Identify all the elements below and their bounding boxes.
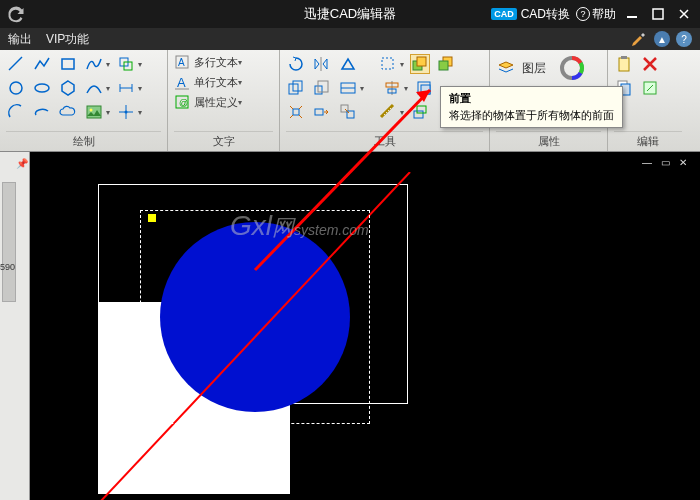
layer-manager-icon[interactable] — [496, 58, 516, 78]
draw-group-label: 绘制 — [6, 131, 161, 151]
coordinate-label: 590 — [0, 262, 15, 272]
menu-output[interactable]: 输出 — [8, 31, 32, 48]
svg-rect-1 — [653, 9, 663, 19]
redo-button[interactable] — [4, 2, 28, 26]
canvas-close-button[interactable]: ✕ — [676, 156, 690, 168]
close-button[interactable] — [674, 6, 694, 22]
selection-handle[interactable] — [148, 214, 156, 222]
cad-convert-button[interactable]: CAD CAD转换 — [491, 6, 570, 23]
offset-tool[interactable] — [410, 102, 430, 122]
brush-icon[interactable] — [630, 29, 648, 50]
svg-line-41 — [290, 115, 293, 118]
flip-tool[interactable] — [338, 54, 358, 74]
singleline-text-label: 单行文本 — [194, 75, 238, 90]
bring-front-tool[interactable] — [410, 54, 430, 74]
info-icon[interactable]: ▲ — [654, 31, 670, 47]
block-tool[interactable] — [116, 54, 136, 74]
svg-rect-3 — [62, 59, 74, 69]
titlebar: 迅捷CAD编辑器 CAD CAD转换 ? 帮助 — [0, 0, 700, 28]
circle-tool[interactable] — [6, 78, 26, 98]
ellipse-arc-tool[interactable] — [32, 102, 52, 122]
ribbon-group-text: A 多行文本 ▾ A 单行文本 ▾ @ 属性定义 ▾ 文字 — [168, 50, 280, 151]
arc-tool[interactable] — [6, 102, 26, 122]
singleline-text-button[interactable]: A 单行文本 ▾ — [174, 74, 273, 90]
select-tool[interactable] — [378, 54, 398, 74]
pin-icon[interactable]: 📌 — [16, 158, 28, 169]
move-tool[interactable] — [338, 102, 358, 122]
svg-rect-46 — [414, 111, 423, 118]
svg-rect-50 — [621, 56, 627, 59]
svg-text:A: A — [178, 57, 185, 68]
svg-text:@: @ — [179, 98, 188, 108]
svg-rect-49 — [619, 58, 629, 71]
rect-tool[interactable] — [58, 54, 78, 74]
multiline-text-button[interactable]: A 多行文本 ▾ — [174, 54, 273, 70]
workspace: 📌 590 — ▭ ✕ — [0, 152, 700, 500]
paste-button[interactable] — [614, 54, 634, 74]
svg-rect-24 — [417, 57, 426, 66]
dimension-tool[interactable] — [116, 78, 136, 98]
cad-convert-label: CAD转换 — [521, 6, 570, 23]
mirror-tool[interactable] — [312, 54, 332, 74]
drawing-canvas[interactable]: — ▭ ✕ — [30, 172, 696, 496]
cad-badge-icon: CAD — [491, 8, 517, 20]
point-tool[interactable] — [116, 102, 136, 122]
scale-tool[interactable] — [312, 78, 332, 98]
maximize-button[interactable] — [648, 6, 668, 22]
minimize-button[interactable] — [622, 6, 642, 22]
svg-point-6 — [10, 82, 22, 94]
edit-group-label: 编辑 — [614, 131, 682, 151]
color-wheel-button[interactable] — [558, 54, 586, 82]
stretch-tool[interactable] — [312, 102, 332, 122]
menu-vip[interactable]: VIP功能 — [46, 31, 89, 48]
canvas-minimize-button[interactable]: — — [640, 156, 654, 168]
scrollbar-thumb[interactable] — [2, 182, 16, 302]
measure-tool[interactable] — [378, 102, 398, 122]
polyline-tool[interactable] — [32, 54, 52, 74]
svg-line-2 — [9, 57, 22, 70]
help-label: 帮助 — [592, 6, 616, 23]
ellipse-tool[interactable] — [32, 78, 52, 98]
explode-tool[interactable] — [286, 102, 306, 122]
left-panel: 📌 590 — [0, 152, 30, 500]
menubar: 输出 VIP功能 ▲ ? — [0, 28, 700, 50]
ribbon-group-draw: ▾ ▾ ▾ ▾ ▾ ▾ 绘制 — [0, 50, 168, 151]
polygon-tool[interactable] — [58, 78, 78, 98]
spline-tool[interactable] — [84, 54, 104, 74]
svg-rect-11 — [87, 106, 101, 118]
svg-line-42 — [299, 115, 302, 118]
image-tool[interactable] — [84, 102, 104, 122]
attr-define-label: 属性定义 — [194, 95, 238, 110]
tooltip-description: 将选择的物体置于所有物体的前面 — [449, 108, 614, 123]
line-tool[interactable] — [6, 54, 26, 74]
props-group-label: 属性 — [496, 131, 601, 151]
align-tool[interactable] — [382, 78, 402, 98]
copy-tool[interactable] — [286, 78, 306, 98]
multiline-text-label: 多行文本 — [194, 55, 238, 70]
tools-group-label: 工具 — [286, 131, 483, 151]
question-icon[interactable]: ? — [676, 31, 692, 47]
svg-point-12 — [90, 109, 93, 112]
crop-tool[interactable] — [414, 78, 434, 98]
selection-box[interactable] — [140, 210, 370, 424]
rotate-tool[interactable] — [286, 54, 306, 74]
canvas-maximize-button[interactable]: ▭ — [658, 156, 672, 168]
tooltip-bring-front: 前置 将选择的物体置于所有物体的前面 — [440, 86, 623, 128]
cut-button[interactable] — [640, 78, 660, 98]
text-group-label: 文字 — [174, 131, 273, 151]
curve-tool[interactable] — [84, 78, 104, 98]
trim-tool[interactable] — [338, 78, 358, 98]
svg-line-39 — [290, 106, 293, 109]
help-button[interactable]: ? 帮助 — [576, 6, 616, 23]
delete-button[interactable] — [640, 54, 660, 74]
app-title: 迅捷CAD编辑器 — [304, 5, 396, 23]
send-back-tool[interactable] — [436, 54, 456, 74]
svg-rect-22 — [382, 58, 393, 69]
attr-define-button[interactable]: @ 属性定义 ▾ — [174, 94, 273, 110]
svg-line-40 — [299, 106, 302, 109]
tooltip-title: 前置 — [449, 91, 614, 106]
layer-button[interactable]: 图层 — [522, 60, 546, 77]
svg-text:A: A — [177, 75, 186, 90]
layer-label: 图层 — [522, 60, 546, 77]
cloud-tool[interactable] — [58, 102, 78, 122]
